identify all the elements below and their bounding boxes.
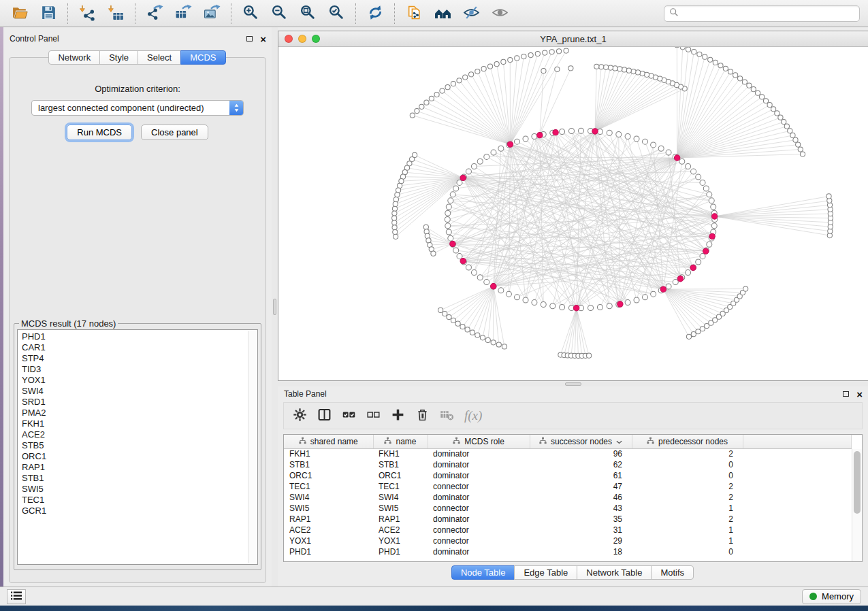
table-row[interactable]: SWI5SWI5connector431: [284, 503, 852, 514]
cell-shared-name: PHD1: [284, 546, 373, 557]
column-header-successor-nodes[interactable]: successor nodes: [530, 435, 632, 448]
export-image-icon: [204, 4, 221, 23]
zoom-out-button[interactable]: [265, 3, 293, 24]
window-minimize-icon[interactable]: [298, 35, 306, 43]
result-node-item[interactable]: SWI4: [22, 386, 245, 397]
settings-button[interactable]: [293, 408, 307, 424]
column-header-name[interactable]: name: [373, 435, 428, 448]
tab-style[interactable]: Style: [99, 50, 138, 65]
close-panel-icon[interactable]: ×: [260, 34, 266, 44]
function-builder-button[interactable]: f(x): [464, 408, 482, 423]
table-scrollbar-thumb[interactable]: [854, 451, 861, 514]
cell-successor-nodes: 18: [530, 546, 632, 557]
tab-node-table[interactable]: Node Table: [451, 565, 515, 580]
result-list-scrollbar[interactable]: [248, 331, 257, 563]
result-node-item[interactable]: ACE2: [22, 429, 245, 440]
tab-network-table[interactable]: Network Table: [577, 565, 652, 580]
close-table-panel-icon[interactable]: ×: [856, 389, 863, 399]
column-header-predecessor-nodes[interactable]: predecessor nodes: [632, 435, 743, 448]
result-node-item[interactable]: RAP1: [22, 462, 245, 473]
table-row[interactable]: YOX1YOX1connector291: [284, 535, 852, 546]
select-all-button[interactable]: [342, 408, 356, 424]
float-panel-icon[interactable]: [246, 36, 253, 42]
result-node-item[interactable]: YOX1: [22, 375, 245, 386]
export-image-button[interactable]: [197, 3, 226, 24]
table-row[interactable]: PHD1PHD1dominator180: [284, 546, 852, 557]
result-node-item[interactable]: GCR1: [22, 506, 245, 516]
clone-network-button[interactable]: [400, 3, 428, 24]
result-node-item[interactable]: STB1: [22, 473, 245, 484]
result-node-item[interactable]: CAR1: [22, 342, 245, 353]
import-network-button[interactable]: [73, 3, 101, 24]
table-row[interactable]: STB1STB1dominator620: [284, 459, 852, 470]
table-scrollbar[interactable]: [852, 449, 862, 561]
zoom-selected-button[interactable]: [322, 3, 351, 24]
result-node-item[interactable]: TEC1: [22, 495, 245, 506]
run-mcds-button[interactable]: Run MCDS: [67, 125, 132, 140]
add-column-button[interactable]: [391, 408, 405, 424]
task-history-button[interactable]: [7, 589, 26, 604]
export-network-button[interactable]: [140, 3, 169, 24]
memory-button[interactable]: Memory: [802, 589, 861, 604]
export-table-button[interactable]: [169, 3, 197, 24]
zoom-fit-button[interactable]: [293, 3, 322, 24]
cell-successor-nodes: 31: [530, 525, 632, 535]
table-row[interactable]: ACE2ACE2connector311: [284, 525, 852, 535]
window-close-icon[interactable]: [285, 35, 293, 43]
search-input[interactable]: [682, 8, 854, 19]
search-box[interactable]: [664, 5, 860, 22]
split-view-button[interactable]: [317, 408, 332, 424]
table-row[interactable]: RAP1RAP1dominator352: [284, 514, 852, 525]
settings-icon: [293, 408, 307, 424]
first-neighbors-button[interactable]: [428, 3, 457, 24]
deselect-all-button[interactable]: [366, 408, 381, 424]
column-header-shared-name[interactable]: shared name: [284, 435, 373, 448]
cell-filler: [743, 492, 852, 503]
mcds-result-group: MCDS result (17 nodes) PHD1CAR1STP4TID3Y…: [14, 318, 261, 570]
mcds-result-list[interactable]: PHD1CAR1STP4TID3YOX1SWI4SRD1PMA2FKH1ACE2…: [17, 329, 258, 565]
result-node-item[interactable]: PMA2: [22, 408, 245, 418]
result-node-item[interactable]: STB5: [22, 440, 245, 451]
export-network-icon: [146, 4, 163, 23]
float-table-panel-icon[interactable]: [843, 391, 849, 397]
network-canvas[interactable]: [278, 47, 868, 380]
table-row[interactable]: TEC1TEC1connector472: [284, 481, 852, 492]
splitter-handle[interactable]: [273, 299, 276, 315]
result-node-item[interactable]: SWI5: [22, 484, 245, 495]
delete-table-button[interactable]: [440, 408, 454, 424]
column-header-mcds-role[interactable]: MCDS role: [428, 435, 530, 448]
cell-mcds-role: connector: [428, 481, 530, 492]
result-node-item[interactable]: STP4: [22, 353, 245, 364]
apply-layout-button[interactable]: [361, 3, 389, 24]
tab-edge-table[interactable]: Edge Table: [514, 565, 577, 580]
tab-mcds[interactable]: MCDS: [180, 50, 225, 65]
result-node-item[interactable]: PHD1: [22, 331, 245, 342]
table-row[interactable]: SWI4SWI4dominator462: [284, 492, 852, 503]
cell-successor-nodes: 61: [530, 470, 632, 481]
memory-status-icon: [809, 593, 817, 600]
delete-column-button[interactable]: [415, 408, 430, 424]
show-all-button[interactable]: [485, 3, 514, 24]
result-node-item[interactable]: FKH1: [22, 418, 245, 429]
table-row[interactable]: ORC1ORC1dominator610: [284, 470, 852, 481]
result-node-item[interactable]: ORC1: [22, 451, 245, 462]
criterion-select[interactable]: largest connected component (undirected): [31, 100, 244, 116]
main-area: Control Panel × NetworkStyleSelectMCDS O…: [0, 27, 868, 587]
window-zoom-icon[interactable]: [312, 35, 320, 43]
hide-selected-button[interactable]: [457, 3, 485, 24]
splitter-handle[interactable]: [565, 382, 581, 386]
tab-network[interactable]: Network: [48, 50, 100, 65]
result-node-item[interactable]: TID3: [22, 364, 245, 375]
table-row[interactable]: FKH1FKH1dominator962: [284, 448, 852, 459]
zoom-in-button[interactable]: [236, 3, 265, 24]
close-panel-button[interactable]: Close panel: [141, 125, 208, 140]
save-session-button[interactable]: [34, 3, 63, 24]
import-table-icon: [108, 4, 125, 23]
vertical-splitter[interactable]: [272, 27, 278, 587]
horizontal-splitter[interactable]: [278, 381, 868, 386]
result-node-item[interactable]: SRD1: [22, 397, 245, 408]
open-file-button[interactable]: [5, 3, 34, 24]
import-table-button[interactable]: [101, 3, 130, 24]
tab-motifs[interactable]: Motifs: [651, 565, 694, 580]
tab-select[interactable]: Select: [138, 50, 181, 65]
